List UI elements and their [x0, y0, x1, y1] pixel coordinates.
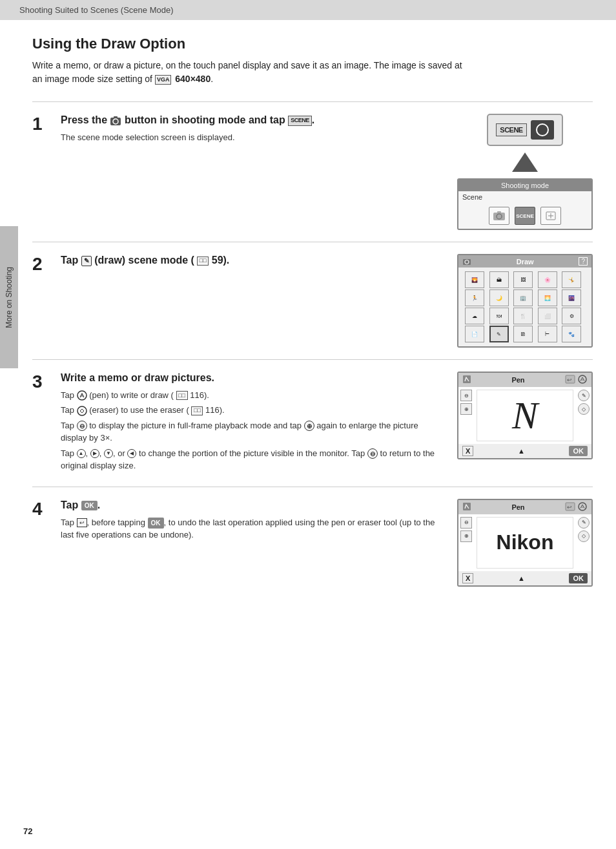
step-3-desc: Tap (pen) to write or draw ( □□ 116). Ta…: [61, 389, 444, 472]
screen-scene-icon: SCENE: [515, 207, 535, 225]
draw-grid-icon-14: ⬜: [538, 308, 557, 324]
arrow-right-icon: ▶: [90, 449, 99, 458]
step1-scene-btn: SCENE: [496, 123, 526, 136]
step1-screen-icons: SCENE: [458, 203, 591, 229]
draw-grid-icon-17: ✎: [489, 326, 509, 342]
step4-screen: Pen ↩ ⊖ ⊕: [457, 499, 593, 587]
step3-right-icons: ✎ ◇: [576, 387, 591, 444]
step-1: 1 Press the button in shooting mode and …: [32, 101, 593, 242]
intro-paragraph: Write a memo, or draw a picture, on the …: [32, 59, 471, 86]
step2-icons-grid: 🌄 🏔 🖼 🌸 🤸 🏃 🌙 🏢 🌅 🌆 ☁ 🍽: [461, 269, 589, 345]
step-3-image: Pen ↩ ⊖ ⊕: [457, 372, 593, 475]
side-tab: More on Shooting: [0, 226, 18, 368]
step3-side-icons: ⊖ ⊕: [458, 387, 474, 444]
draw-grid-icon-10: 🌆: [562, 289, 581, 306]
step3-pen-edit-icon: [462, 375, 471, 385]
screen-third-icon: [540, 207, 561, 225]
step-4: 4 Tap OK. Tap ↩, before tapping OK, to u…: [32, 487, 593, 598]
side-tab-label: More on Shooting: [5, 267, 14, 328]
step3-pen-canvas: N: [477, 390, 573, 441]
step-3-sub2: Tap (eraser) to use the eraser ( □□ 116)…: [61, 404, 444, 417]
step4-undo-icon: ↩: [77, 518, 87, 527]
header-text: Shooting Suited to Scenes (Scene Mode): [19, 5, 173, 15]
screen-camera-icon: [489, 207, 509, 225]
arrow-up-icon: ▲: [77, 449, 86, 458]
step1-screen: Shooting mode Scene: [457, 178, 593, 230]
step-1-desc: The scene mode selection screen is displ…: [61, 131, 444, 144]
step-1-image: SCENE Shooting mode Scene: [457, 114, 593, 230]
step3-x-btn[interactable]: X: [462, 446, 473, 456]
draw-grid-icon-12: 🍽: [489, 308, 509, 324]
svg-text:↩: ↩: [567, 377, 572, 383]
step-1-title: Press the button in shooting mode and ta…: [61, 114, 444, 127]
draw-grid-icon-19: ⊢: [538, 326, 557, 342]
draw-grid-icon-13: 🍴: [513, 308, 533, 324]
step4-pen-main: Nikon: [474, 514, 576, 571]
step4-side-icon-1: ⊖: [460, 517, 472, 529]
draw-grid-icon-11: ☁: [465, 308, 484, 324]
step-3-sub3: Tap ⊖ to display the picture in full-fra…: [61, 419, 444, 445]
step-4-number: 4: [32, 500, 61, 587]
step3-pen-tool-icon: [577, 375, 588, 385]
step-3-sub1: Tap (pen) to write or draw ( □□ 116).: [61, 389, 444, 402]
step3-pen-label: Pen: [511, 376, 524, 384]
step-2-image: Draw ? 🌄 🏔 🖼 🌸 🤸 🏃 🌙 🏢: [457, 254, 593, 348]
arrow-down-icon: ▼: [104, 449, 113, 458]
resolution-text: 640×480: [175, 74, 210, 84]
step3-pen-area: ⊖ ⊕ N ✎ ◇: [458, 387, 591, 444]
step-3-sub4: Tap ▲, ▶, ▼, or ◀ to change the portion …: [61, 447, 444, 472]
step-3: 3 Write a memo or draw pictures. Tap (pe…: [32, 359, 593, 487]
step2-help-icon: ?: [579, 257, 588, 266]
draw-grid-icon-8: 🏢: [513, 289, 533, 306]
draw-grid-icon-4: 🌸: [538, 271, 557, 288]
camera-button-icon: [110, 114, 124, 125]
svg-rect-2: [114, 116, 118, 118]
draw-grid-icon-6: 🏃: [465, 289, 484, 306]
step3-pen-header: Pen ↩: [458, 373, 591, 387]
step2-screen-header: [462, 257, 471, 266]
step4-canvas-content: Nikon: [497, 530, 554, 554]
vga-icon: VGA: [155, 75, 172, 85]
step-1-number: 1: [32, 115, 61, 230]
draw-grid-icon-5: 🤸: [562, 271, 581, 288]
scene-icon: SCENE: [288, 116, 312, 126]
svg-rect-14: [463, 375, 471, 383]
svg-point-13: [77, 406, 87, 415]
step4-pen-area: ⊖ ⊕ Nikon ✎ ◇: [458, 514, 591, 571]
zoom-in-icon: ⊕: [304, 421, 314, 431]
step3-scroll-btn: ▲: [518, 447, 525, 455]
step2-ref: □□: [197, 257, 209, 266]
step4-ok-icon-2: OK: [148, 518, 164, 529]
step1-screen-sub: Scene: [458, 191, 591, 203]
draw-grid-icon-2: 🏔: [489, 271, 509, 288]
step4-side-icon-2: ⊕: [460, 530, 472, 542]
step1-arrow: [512, 152, 538, 172]
svg-rect-5: [497, 211, 501, 213]
step3-ok-btn[interactable]: OK: [569, 446, 588, 456]
zoom-reset-icon: ⊖: [367, 448, 378, 459]
step4-ok-icon: OK: [81, 501, 98, 510]
svg-rect-19: [463, 503, 471, 510]
step-3-body: Write a memo or draw pictures. Tap (pen)…: [61, 372, 457, 475]
step-3-title: Write a memo or draw pictures.: [61, 372, 444, 385]
side-icon-eraser: ◇: [578, 403, 590, 415]
step3-ref2: □□: [191, 406, 203, 415]
step2-draw-label: Draw: [517, 258, 534, 266]
step-2-title: Tap ✎ (draw) scene mode ( □□ 59).: [61, 254, 444, 267]
step1-camera-icon: [531, 120, 554, 140]
step2-screen: Draw ? 🌄 🏔 🖼 🌸 🤸 🏃 🌙 🏢: [457, 254, 593, 348]
step4-ok-btn[interactable]: OK: [569, 573, 588, 583]
step4-pen-canvas: Nikon: [477, 517, 573, 569]
step4-x-btn[interactable]: X: [462, 573, 473, 583]
side-icon-pen: ✎: [578, 390, 590, 401]
draw-grid-icon-3: 🖼: [513, 271, 533, 288]
step-3-number: 3: [32, 373, 61, 475]
step-4-body: Tap OK. Tap ↩, before tapping OK, to und…: [61, 499, 457, 587]
draw-grid-icon-1: 🌄: [465, 271, 484, 288]
step3-undo-icon: ↩: [565, 375, 575, 385]
step4-pen-edit-icon: [462, 502, 471, 512]
side-icon-2: ⊕: [460, 403, 472, 415]
page-title: Using the Draw Option: [32, 36, 593, 52]
step-4-desc: Tap ↩, before tapping OK, to undo the la…: [61, 516, 444, 541]
svg-point-22: [579, 503, 586, 510]
